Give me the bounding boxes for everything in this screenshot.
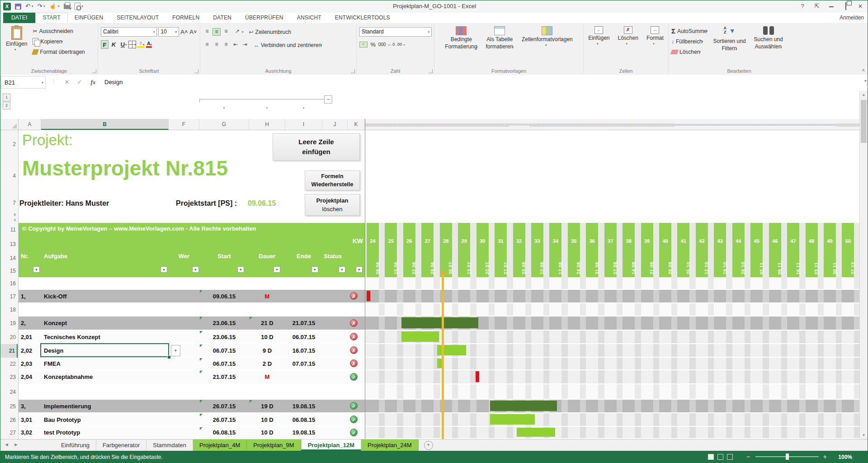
align-top-button[interactable]: ≡ — [203, 28, 211, 36]
row-header-2[interactable]: 2 — [0, 131, 16, 158]
cut-button[interactable]: ✂Ausschneiden — [33, 26, 85, 36]
decrease-indent-button[interactable]: ⇤ — [231, 41, 240, 49]
restore-button[interactable] — [840, 1, 852, 11]
status-open-icon[interactable]: ✗ — [350, 346, 358, 354]
italic-button[interactable]: K — [110, 40, 118, 49]
sheet-tab-projektplan_24m[interactable]: Projektplan_24M — [361, 439, 419, 451]
row-header-14[interactable]: 14 — [0, 252, 16, 265]
align-center-button[interactable]: ≡ — [212, 41, 221, 49]
fill-handle[interactable] — [167, 355, 171, 359]
selected-cell-outline[interactable] — [40, 343, 169, 357]
column-header-G[interactable]: G — [199, 119, 249, 130]
currency-icon[interactable] — [359, 42, 368, 47]
ribbon-tab-formeln[interactable]: FORMELN — [165, 13, 206, 23]
format-cells-button[interactable]: ↔ Format▾ — [644, 25, 666, 66]
row-header-18[interactable]: 18 — [0, 303, 16, 317]
column-header-K[interactable]: K — [348, 119, 365, 130]
table-row-17[interactable]: 1,Kick-Off09.06.15M✗ — [19, 290, 860, 302]
filter-button-K[interactable]: ▼ — [356, 266, 363, 273]
thousands-button[interactable]: 000 — [378, 40, 386, 49]
ribbon-display-options-button[interactable]: ⇱ — [811, 1, 823, 11]
ribbon-tab-einfügen[interactable]: EINFÜGEN — [68, 13, 110, 23]
decrease-decimal-button[interactable]: .00→ — [396, 40, 406, 49]
project-start-date[interactable]: 09.06.15 — [248, 199, 276, 208]
cancel-entry-icon[interactable]: ✕ — [61, 76, 73, 89]
scroll-up-icon[interactable]: ▲ — [860, 91, 868, 99]
alignment-dialog-launcher-icon[interactable] — [351, 69, 355, 73]
table-row-19[interactable]: 2,Konzept23.06.1521 D21.07.15✗ — [19, 317, 860, 330]
filter-button-I[interactable]: ▼ — [311, 266, 318, 273]
restore-formulas-button[interactable]: FormelnWiederherstelle — [305, 170, 360, 190]
vertical-scroll-thumb[interactable] — [861, 100, 867, 143]
bold-button[interactable]: F — [101, 40, 108, 49]
align-left-button[interactable]: ≡ — [203, 41, 211, 49]
row-header-13[interactable]: 13 — [0, 236, 16, 252]
ribbon-tab-ansicht[interactable]: ANSICHT — [290, 13, 328, 23]
increase-decimal-button[interactable]: ←.0 — [387, 40, 395, 49]
find-select-button[interactable]: Suchen und Auswählen ▾ — [751, 25, 786, 66]
sheet-tab-einführung[interactable]: Einführung — [55, 439, 96, 451]
row-header-25[interactable]: 25 — [0, 400, 16, 413]
table-row-26[interactable]: 3,01Bau Prototyp26.07.1510 D06.08.15✓ — [19, 413, 860, 426]
row-header-7[interactable]: 7 — [0, 194, 16, 212]
clipboard-dialog-launcher-icon[interactable] — [92, 69, 96, 73]
normal-view-icon[interactable] — [708, 454, 714, 460]
zoom-percentage[interactable]: 100% — [838, 454, 852, 460]
filter-button-H[interactable]: ▼ — [274, 266, 280, 273]
font-dialog-launcher-icon[interactable] — [194, 69, 198, 73]
status-done-icon[interactable]: ✓ — [350, 429, 358, 436]
row-header-16[interactable]: 16 — [0, 277, 16, 290]
name-box-dropdown-icon[interactable]: ▾ — [42, 76, 43, 89]
status-done-icon[interactable]: ✓ — [350, 373, 358, 381]
row-header-17[interactable]: 17 — [0, 290, 16, 303]
page-break-view-icon[interactable] — [727, 454, 733, 460]
row-header-22[interactable]: 22 — [0, 358, 16, 370]
column-header-A[interactable]: A — [19, 119, 41, 130]
ribbon-tab-überprüfen[interactable]: ÜBERPRÜFEN — [238, 13, 290, 23]
row-header-23[interactable]: 23 — [0, 370, 16, 384]
confirm-entry-icon[interactable]: ✓ — [74, 76, 85, 89]
font-size-combo[interactable]: 10▾ — [158, 27, 179, 37]
column-header-J[interactable]: J — [322, 119, 348, 130]
formula-bar-splitter[interactable]: ⋮ — [51, 78, 57, 85]
merge-center-button[interactable]: ↔Verbinden und zentrieren▾ — [254, 40, 322, 50]
format-painter-button[interactable]: Format übertragen — [33, 47, 85, 57]
font-name-combo[interactable]: Calibri▾ — [101, 27, 157, 37]
table-row-16[interactable] — [19, 277, 860, 289]
status-open-icon[interactable]: ✗ — [350, 359, 358, 367]
row-header-21[interactable]: 21 — [0, 344, 18, 358]
sort-filter-button[interactable]: AZ▼ Sortieren und Filtern ▾ — [711, 25, 749, 66]
wrap-text-button[interactable]: ↩Zeilenumbruch — [249, 27, 291, 37]
clear-button[interactable]: Löschen▾ — [671, 47, 708, 57]
sheet-tab-stammdaten[interactable]: Stammdaten — [146, 439, 193, 451]
ribbon-tab-seitenlayout[interactable]: SEITENLAYOUT — [110, 13, 165, 23]
status-done-icon[interactable]: ✓ — [350, 416, 358, 423]
conditional-formatting-button[interactable]: Bedingte Formatierung ▾ — [442, 25, 480, 66]
row-header-9[interactable]: 9 — [0, 217, 16, 223]
cell-dropdown-button[interactable]: ▼ — [171, 345, 180, 356]
insert-empty-row-button[interactable]: Leere Zeileeinfügen — [273, 133, 360, 161]
filter-button-F[interactable]: ▼ — [192, 266, 199, 273]
ribbon-tab-daten[interactable]: DATEN — [206, 13, 238, 23]
sheet-tab-projektplan_12m[interactable]: Projektplan_12M — [301, 439, 361, 451]
table-row-22[interactable]: 2,03FMEA06.07.152 D07.07.15✗ — [19, 358, 860, 369]
expand-formula-bar-icon[interactable]: ▾ — [864, 78, 867, 83]
row-header-15[interactable]: 15 — [0, 265, 16, 277]
sign-in-link[interactable]: Anmelden — [840, 14, 864, 21]
filter-button-J[interactable]: ▼ — [339, 266, 345, 273]
row-header-20[interactable]: 20 — [0, 331, 16, 344]
table-row-23[interactable]: 2,04Konzeptabnahme21.07.15M✓ — [19, 370, 860, 383]
row-header-27[interactable]: 27 — [0, 427, 16, 439]
column-header-B[interactable]: B — [41, 119, 169, 130]
align-right-button[interactable]: ≡ — [222, 41, 230, 49]
row-header-24[interactable]: 24 — [0, 384, 16, 400]
scroll-down-icon[interactable]: ▼ — [860, 431, 868, 439]
column-header-H[interactable]: H — [249, 119, 285, 130]
table-row-24[interactable] — [19, 384, 860, 399]
formula-input[interactable]: Design — [104, 76, 123, 89]
status-open-icon[interactable]: ✗ — [350, 292, 358, 300]
minimize-button[interactable] — [825, 1, 838, 11]
fill-button[interactable]: ↓Füllbereich▾ — [671, 37, 708, 46]
table-row-20[interactable]: 2,01Tecnisches Konzept23.06.1510 D06.07.… — [19, 331, 860, 343]
insert-function-icon[interactable]: fx — [87, 76, 99, 89]
